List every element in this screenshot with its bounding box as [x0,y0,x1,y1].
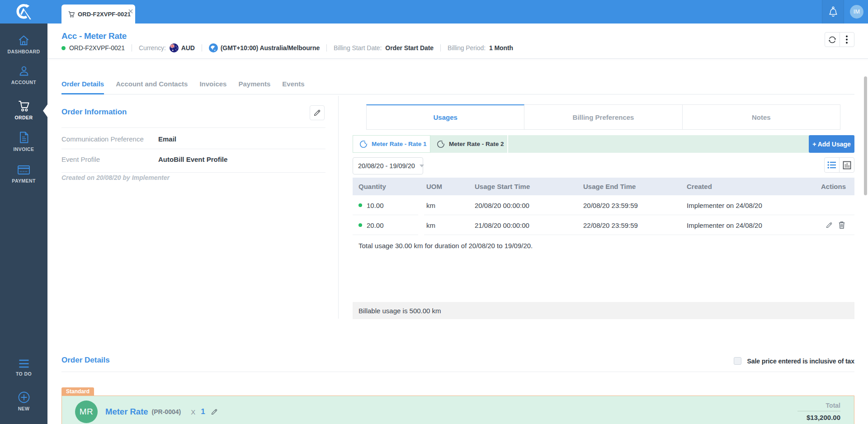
tab-invoices[interactable]: Invoices [199,80,226,88]
usage-table: Quantity UOM Usage Start Time Usage End … [353,178,854,235]
globe-icon [209,43,218,52]
kebab-icon [845,35,848,44]
order-details-heading: Order Details [61,356,110,365]
active-item-notch [43,104,47,117]
delete-row-icon[interactable] [839,221,845,229]
tax-inclusive-row: Sale price entered is inclusive of tax [734,357,854,365]
user-avatar[interactable]: IM [850,5,863,19]
chart-view-button[interactable] [840,158,854,172]
usage-tab-bar: Usages Billing Preferences Notes [366,104,840,130]
cell-end: 22/08/20 23:59:59 [577,221,681,229]
header-divider [47,58,868,59]
status-dot [359,223,362,227]
col-usage-end: Usage End Time [577,183,681,190]
edit-row-icon[interactable] [826,221,833,229]
col-quantity: Quantity [353,183,420,190]
header-actions [825,32,854,47]
tab-payments[interactable]: Payments [238,80,270,88]
tab-baseline [61,94,854,94]
sidebar-label-dashboard: DASHBOARD [0,49,47,54]
refresh-button[interactable] [825,33,840,47]
quantity-value: 1 [201,407,205,416]
tax-inclusive-label: Sale price entered is inclusive of tax [747,358,854,365]
order-information-heading: Order Information [61,108,127,117]
rate-option-label: Meter Rate - Rate 1 [372,141,427,147]
standard-badge: Standard [61,387,94,396]
home-icon [0,34,47,46]
tab-events[interactable]: Events [282,80,304,88]
billing-period-value: 1 Month [489,44,513,52]
rate-radio-icon [359,140,368,148]
date-range-select[interactable]: 20/08/20 - 19/09/20 [353,157,423,174]
tab-close-icon[interactable] [127,8,134,14]
order-line-item: MR Meter Rate (PR-0004) X 1 Total $13,20… [61,396,854,424]
billing-start-label: Billing Start Date: [334,44,382,52]
billable-usage-strip: Billable usage is 500.00 km [353,302,854,319]
list-view-icon [827,161,836,169]
list-menu-icon [0,359,47,368]
sidebar-item-invoice[interactable]: INVOICE [0,131,47,152]
edit-order-information-button[interactable] [310,105,325,120]
billable-usage-note: Billable usage is 500.00 km [359,307,441,315]
open-order-tab[interactable]: ORD-F2XVPF-0021 [61,5,135,24]
chevron-down-icon [420,165,424,167]
bell-icon [828,6,839,18]
col-actions: Actions [806,183,854,190]
sidebar-item-todo[interactable]: TO DO [0,359,47,377]
field-label: Event Profile [61,155,100,163]
tab-order-details[interactable]: Order Details [61,80,104,88]
order-meta-row: ORD-F2XVPF-0021 Currency: AUD (GMT+10:00… [61,44,513,52]
currency-label: Currency: [139,44,166,52]
pencil-icon [313,109,321,117]
sidebar-item-dashboard[interactable]: DASHBOARD [0,34,47,54]
currency-value: AUD [181,44,195,52]
add-usage-button[interactable]: + Add Usage [809,135,854,153]
tab-notes[interactable]: Notes [683,104,840,130]
col-uom: UOM [420,183,469,190]
vertical-scrollbar[interactable] [864,76,867,195]
sidebar-label-order: ORDER [0,115,47,120]
panel-divider [338,96,339,319]
cell-quantity: 10.00 [367,202,384,209]
rate-option-label: Meter Rate - Rate 2 [449,141,504,147]
notifications-button[interactable] [822,0,844,24]
date-range-value: 20/08/20 - 19/09/20 [358,162,415,170]
total-usage-note: Total usage 30.00 km for duration of 20/… [359,242,533,250]
cell-end: 20/08/20 23:59:59 [577,202,681,209]
tab-label: ORD-F2XVPF-0021 [78,11,131,18]
total-label: Total [797,402,840,409]
rate-option-2[interactable]: Meter Rate - Rate 2 [430,135,508,153]
invoice-icon [0,131,47,144]
tab-billing-preferences[interactable]: Billing Preferences [524,104,682,130]
refresh-icon [828,35,837,44]
view-toggle [824,157,854,173]
cell-start: 21/08/20 00:00:00 [469,221,577,229]
list-view-button[interactable] [825,158,840,172]
table-row: 10.00 km 20/08/20 00:00:00 20/08/20 23:5… [353,195,854,215]
cell-created: Implementer on 24/08/20 [681,221,806,229]
app-logo[interactable] [0,0,47,24]
sidebar-nav: DASHBOARD ACCOUNT ORDER [0,24,47,424]
total-divider [797,411,840,411]
tab-usages[interactable]: Usages [366,104,524,130]
sidebar-item-order[interactable]: ORDER [0,99,47,120]
edit-quantity-icon[interactable] [211,408,218,415]
sidebar-item-account[interactable]: ACCOUNT [0,65,47,85]
product-link[interactable]: Meter Rate [105,407,148,417]
page-title: Acc - Meter Rate [61,31,127,41]
cell-quantity: 20.00 [367,221,384,229]
billing-period-label: Billing Period: [448,44,486,52]
sidebar-item-payment[interactable]: PAYMENT [0,165,47,184]
tab-account-and-contacts[interactable]: Account and Contacts [116,80,188,88]
tax-inclusive-checkbox[interactable] [734,357,741,365]
billing-start-value: Order Start Date [385,44,434,52]
sidebar-item-new[interactable]: NEW [0,391,47,411]
rate-option-1[interactable]: Meter Rate - Rate 1 [353,135,430,153]
table-row: 20.00 km 21/08/20 00:00:00 22/08/20 23:5… [353,215,854,235]
product-avatar: MR [75,400,98,423]
cart-icon [0,99,47,112]
order-id: ORD-F2XVPF-0021 [69,44,125,52]
credit-card-icon [0,165,47,175]
times-label: X [191,408,195,416]
more-menu-button[interactable] [840,33,854,47]
